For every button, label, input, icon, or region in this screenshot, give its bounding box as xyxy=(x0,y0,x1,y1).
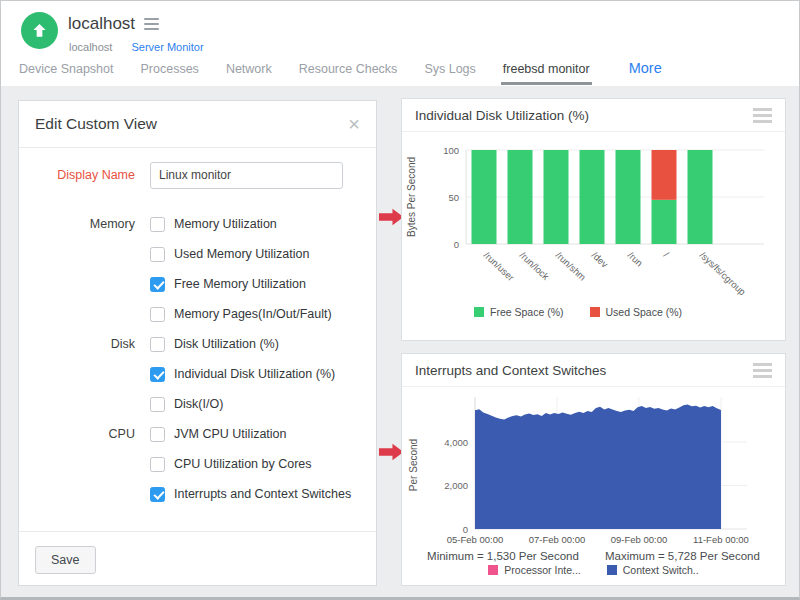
metric-checkbox[interactable] xyxy=(150,367,165,382)
metric-checkbox[interactable] xyxy=(150,427,165,442)
tab-network[interactable]: Network xyxy=(224,55,274,85)
free-space-swatch xyxy=(474,307,484,317)
page-title: localhost xyxy=(68,14,135,34)
display-name-label: Display Name xyxy=(19,168,135,182)
tab-bar: Device Snapshot Processes Network Resour… xyxy=(17,54,662,85)
header: localhost localhost Server Monitor Devic… xyxy=(1,1,799,86)
tab-more[interactable]: More xyxy=(629,60,662,80)
checkbox-row: Free Memory Utilization xyxy=(19,269,376,299)
up-arrow-icon xyxy=(30,21,49,40)
display-name-input[interactable] xyxy=(150,162,343,189)
metric-checkbox[interactable] xyxy=(150,217,165,232)
group-label: Disk xyxy=(19,337,135,351)
svg-text:/dev: /dev xyxy=(590,249,611,269)
svg-text:Bytes Per Second: Bytes Per Second xyxy=(406,157,417,237)
metric-checkbox-list: Memory Memory Utilization Used Memory Ut… xyxy=(19,209,376,509)
group-label: CPU xyxy=(19,427,135,441)
svg-text:11-Feb 00:00: 11-Feb 00:00 xyxy=(693,534,749,545)
breadcrumb: localhost Server Monitor xyxy=(69,41,204,53)
monitor-menu-icon[interactable] xyxy=(144,18,159,30)
metric-checkbox[interactable] xyxy=(150,307,165,322)
checkbox-row: Memory Memory Utilization xyxy=(19,209,376,239)
checkbox-row: Used Memory Utilization xyxy=(19,239,376,269)
legend-item-context-switches[interactable]: Context Switch.. xyxy=(607,564,699,576)
chart-menu-icon[interactable] xyxy=(753,363,772,378)
context-switches-swatch xyxy=(607,565,617,575)
checkbox-row: Disk Disk Utilization (%) xyxy=(19,329,376,359)
interrupts-chart-legend: Processor Inte... Context Switch.. xyxy=(402,564,785,576)
tab-processes[interactable]: Processes xyxy=(139,55,201,85)
svg-text:4,000: 4,000 xyxy=(444,437,468,448)
svg-text:0: 0 xyxy=(463,524,468,535)
checkbox-row: Individual Disk Utilization (%) xyxy=(19,359,376,389)
minimum-stat: Minimum = 1,530 Per Second xyxy=(427,550,579,562)
used-space-swatch xyxy=(590,307,600,317)
metric-checkbox[interactable] xyxy=(150,457,165,472)
dialog-title: Edit Custom View xyxy=(35,115,157,133)
interrupts-chart: 02,0004,000Per Second05-Feb 00:0007-Feb … xyxy=(402,387,785,547)
interrupts-chart-title: Interrupts and Context Switches xyxy=(415,363,606,378)
metric-checkbox[interactable] xyxy=(150,337,165,352)
svg-text:05-Feb 00:00: 05-Feb 00:00 xyxy=(447,534,504,545)
checkbox-row: Memory Pages(In/Out/Fault) xyxy=(19,299,376,329)
checkbox-row: Interrupts and Context Switches xyxy=(19,479,376,509)
legend-item-processor-interrupts[interactable]: Processor Inte... xyxy=(488,564,580,576)
disk-chart-legend: Free Space (%) Used Space (%) xyxy=(474,306,785,318)
app-window: localhost localhost Server Monitor Devic… xyxy=(0,0,800,600)
svg-text:/run: /run xyxy=(626,249,645,268)
svg-text:50: 50 xyxy=(448,192,459,203)
monitor-status-avatar xyxy=(21,12,58,49)
checkbox-row: CPU Utilization by Cores xyxy=(19,449,376,479)
svg-text:/run/lock: /run/lock xyxy=(518,249,552,282)
metric-checkbox[interactable] xyxy=(150,247,165,262)
processor-interrupts-swatch xyxy=(488,565,498,575)
disk-utilization-card: Individual Disk Utilization (%) 050100By… xyxy=(401,98,786,341)
close-icon[interactable]: × xyxy=(348,114,360,134)
maximum-stat: Maximum = 5,728 Per Second xyxy=(605,550,760,562)
legend-item-used-space[interactable]: Used Space (%) xyxy=(590,306,682,318)
svg-text:09-Feb 00:00: 09-Feb 00:00 xyxy=(611,534,668,545)
interrupts-card: Interrupts and Context Switches 02,0004,… xyxy=(401,353,786,586)
tab-device-snapshot[interactable]: Device Snapshot xyxy=(17,55,116,85)
breadcrumb-monitor-type-link[interactable]: Server Monitor xyxy=(131,41,203,53)
checkbox-row: Disk(I/O) xyxy=(19,389,376,419)
disk-utilization-chart: 050100Bytes Per Second/run/user/run/lock… xyxy=(402,132,785,304)
svg-text:100: 100 xyxy=(443,145,459,156)
disk-chart-title: Individual Disk Utilization (%) xyxy=(415,108,589,123)
chart-menu-icon[interactable] xyxy=(753,108,772,123)
svg-text:Per Second: Per Second xyxy=(408,439,419,491)
tab-freebsd-monitor[interactable]: freebsd monitor xyxy=(501,55,592,85)
svg-text:/run/shm: /run/shm xyxy=(554,249,589,282)
checkbox-row: CPU JVM CPU Utilization xyxy=(19,419,376,449)
edit-custom-view-dialog: Edit Custom View × Display Name Memory M… xyxy=(18,100,377,586)
svg-text:/: / xyxy=(662,249,672,259)
svg-text:/run/user: /run/user xyxy=(482,249,517,283)
svg-text:2,000: 2,000 xyxy=(444,480,468,491)
tab-resource-checks[interactable]: Resource Checks xyxy=(297,55,400,85)
svg-text:/sys/fs/cgroup: /sys/fs/cgroup xyxy=(698,249,748,297)
svg-text:07-Feb 00:00: 07-Feb 00:00 xyxy=(529,534,586,545)
breadcrumb-host: localhost xyxy=(69,41,112,53)
save-button[interactable]: Save xyxy=(35,546,96,574)
svg-text:0: 0 xyxy=(454,239,459,250)
metric-checkbox[interactable] xyxy=(150,487,165,502)
legend-item-free-space[interactable]: Free Space (%) xyxy=(474,306,564,318)
metric-checkbox[interactable] xyxy=(150,277,165,292)
chart-stats: Minimum = 1,530 Per Second Maximum = 5,7… xyxy=(402,550,785,562)
tab-sys-logs[interactable]: Sys Logs xyxy=(422,55,477,85)
metric-checkbox[interactable] xyxy=(150,397,165,412)
group-label: Memory xyxy=(19,217,135,231)
